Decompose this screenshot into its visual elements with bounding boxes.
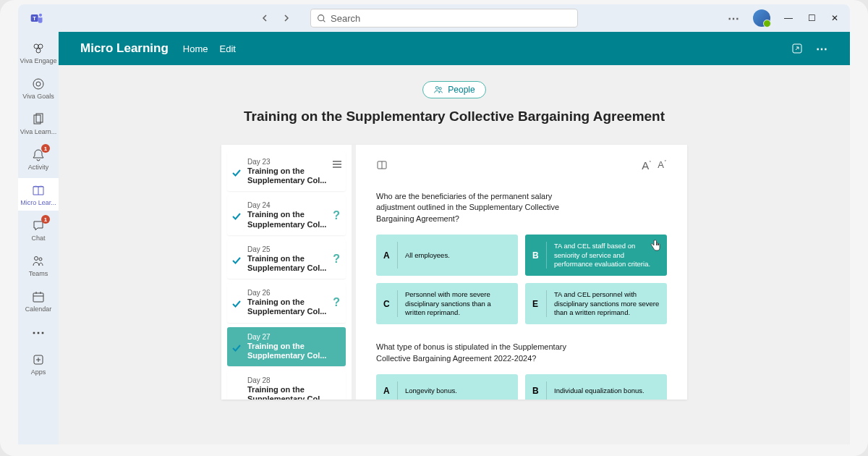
answer-text: Individual equalization bonus. (554, 381, 660, 400)
svg-text:T: T (33, 15, 36, 22)
nav-forward-button[interactable] (278, 10, 294, 26)
svg-line-4 (323, 20, 325, 21)
check-icon (231, 343, 244, 356)
svg-point-6 (38, 44, 43, 48)
answer-text: Longevity bonus. (405, 381, 511, 400)
rail-more-button[interactable]: ⋯ (18, 320, 59, 345)
day-item[interactable]: Day 26Training on the Supplementary Col.… (227, 283, 346, 322)
day-item[interactable]: Day 23Training on the Supplementary Col.… (227, 152, 346, 191)
rail-item-activity[interactable]: 1Activity (18, 143, 59, 175)
answer-text: All employees. (405, 242, 511, 269)
svg-point-13 (39, 258, 42, 261)
rail-label: Chat (31, 235, 45, 242)
rail-label: Teams (29, 271, 48, 277)
nav-back-button[interactable] (257, 10, 273, 26)
svg-point-2 (39, 14, 42, 17)
rail-item-teams[interactable]: Teams (18, 249, 59, 282)
quiz-area: A˄ A˅ Who are the beneficiaries of the p… (356, 145, 687, 400)
answer-text: TA and CEL personnel with disciplinary s… (554, 290, 660, 317)
question-2-text: What type of bonus is stipulated in the … (376, 342, 593, 364)
answer-option[interactable]: AAll employees. (376, 235, 518, 276)
rail-icon (30, 253, 46, 269)
hamburger-icon[interactable] (333, 158, 341, 171)
svg-point-9 (36, 82, 41, 86)
question-2-answers: ALongevity bonus.BIndividual equalizatio… (376, 374, 667, 400)
popout-icon[interactable] (791, 43, 803, 54)
answer-option[interactable]: ALongevity bonus. (376, 374, 518, 400)
rail-item-apps[interactable]: Apps (18, 347, 59, 380)
titlebar-more-button[interactable]: ⋯ (728, 12, 740, 25)
answer-text: Personnel with more severe disciplinary … (405, 290, 511, 317)
rail-item-calendar[interactable]: Calendar (18, 284, 59, 317)
rail-item-micro-lear-[interactable]: Micro Lear... (18, 178, 59, 211)
rail-icon (30, 111, 46, 127)
answer-option[interactable]: BIndividual equalization bonus. (525, 374, 667, 400)
question-1-answers: AAll employees.BTA and CEL staff based o… (376, 235, 667, 324)
answer-option[interactable]: CPersonnel with more severe disciplinary… (376, 283, 518, 324)
training-panel: Day 23Training on the Supplementary Col.… (221, 145, 687, 400)
svg-point-7 (36, 48, 41, 53)
people-pill[interactable]: People (422, 81, 485, 98)
rail-icon (30, 352, 46, 368)
day-number: Day 24 (247, 201, 340, 209)
avatar[interactable] (753, 9, 770, 27)
day-number: Day 27 (247, 333, 340, 341)
answer-option[interactable]: ETA and CEL personnel with disciplinary … (525, 283, 667, 324)
app-rail: Viva EngageViva GoalsViva Learn...1Activ… (18, 32, 59, 444)
day-title: Training on the Supplementary Col... (247, 166, 340, 185)
day-title: Training on the Supplementary Col... (247, 385, 340, 400)
answer-letter: B (532, 381, 547, 400)
check-icon (231, 168, 244, 181)
day-list[interactable]: Day 23Training on the Supplementary Col.… (221, 145, 356, 400)
search-icon (317, 14, 326, 23)
rail-label: Calendar (25, 306, 52, 313)
answer-letter: A (383, 381, 398, 400)
people-icon (433, 85, 443, 95)
cursor-hand-icon (650, 239, 661, 252)
svg-rect-14 (33, 293, 43, 302)
rail-label: Viva Engage (20, 58, 57, 64)
rail-icon (30, 289, 46, 305)
minimize-button[interactable]: — (783, 13, 793, 23)
tab-edit[interactable]: Edit (220, 43, 236, 54)
day-number: Day 28 (247, 376, 340, 384)
check-icon (231, 256, 244, 269)
rail-icon (30, 41, 46, 56)
rail-item-chat[interactable]: 1Chat (18, 214, 59, 246)
svg-point-12 (35, 257, 38, 261)
rail-label: Apps (31, 369, 46, 376)
question-mark-icon: ? (333, 296, 340, 309)
tab-home[interactable]: Home (183, 43, 208, 54)
app-more-button[interactable]: ⋯ (816, 42, 828, 56)
day-title: Training on the Supplementary Col... (247, 254, 340, 273)
day-item[interactable]: Day 24Training on the Supplementary Col.… (227, 195, 346, 235)
rail-icon (30, 182, 46, 198)
maximize-button[interactable]: ☐ (807, 13, 817, 23)
font-decrease-button[interactable]: A˅ (658, 159, 667, 174)
answer-letter: A (383, 242, 398, 269)
titlebar: T Search ⋯ — ☐ ✕ (18, 4, 850, 32)
search-input[interactable]: Search (310, 9, 578, 28)
svg-point-3 (318, 14, 324, 20)
font-increase-button[interactable]: A˄ (642, 159, 652, 174)
rail-icon (30, 76, 46, 92)
question-mark-icon: ? (333, 209, 340, 222)
booklet-icon[interactable] (376, 159, 388, 174)
question-1-text: Who are the beneficiaries of the permane… (376, 191, 593, 224)
app-header: Micro Learning Home Edit ⋯ (59, 32, 850, 65)
day-title: Training on the Supplementary Col... (247, 210, 340, 229)
rail-item-viva-goals[interactable]: Viva Goals (18, 72, 59, 104)
teams-logo-icon: T (30, 11, 44, 25)
rail-item-viva-learn-[interactable]: Viva Learn... (18, 107, 59, 140)
rail-label: Activity (28, 164, 49, 171)
rail-item-viva-engage[interactable]: Viva Engage (18, 36, 59, 69)
svg-point-8 (33, 79, 43, 89)
day-item[interactable]: Day 27Training on the Supplementary Col.… (227, 327, 346, 366)
answer-option[interactable]: BTA and CEL staff based on seniority of … (525, 235, 667, 276)
close-button[interactable]: ✕ (830, 13, 840, 23)
day-item[interactable]: Day 25Training on the Supplementary Col.… (227, 240, 346, 279)
rail-label: Viva Learn... (20, 129, 56, 135)
question-mark-icon: ? (333, 253, 340, 266)
day-item[interactable]: Day 28Training on the Supplementary Col.… (227, 371, 346, 400)
svg-point-22 (436, 86, 439, 89)
